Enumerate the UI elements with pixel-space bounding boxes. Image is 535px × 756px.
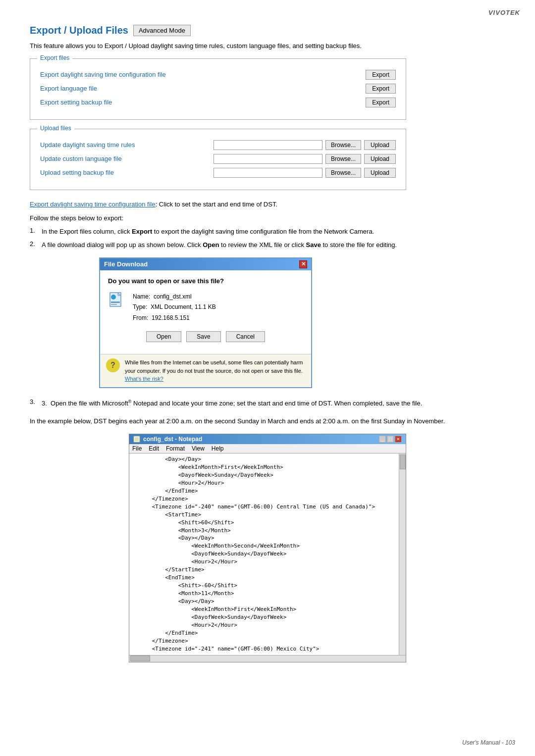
file-download-dialog-wrapper: File Download ✕ Do you want to open or s…: [99, 257, 312, 388]
step-2-bold-save: Save: [306, 241, 321, 249]
step-3: 3. 3. Open the file with Microsoft® Note…: [30, 398, 505, 409]
upload-row-2: Upload setting backup file Browse... Upl…: [40, 168, 396, 178]
notepad-menu-help[interactable]: Help: [212, 445, 224, 452]
notepad-menu-edit[interactable]: Edit: [149, 445, 159, 452]
brand-label: VIVOTEK: [488, 9, 520, 16]
browse-dst-button[interactable]: Browse...: [325, 140, 361, 150]
export-dst-button[interactable]: Export: [366, 70, 396, 80]
upload-section-legend: Upload files: [37, 125, 74, 132]
upload-lang-button[interactable]: Upload: [364, 154, 396, 164]
file-details: Name: config_dst.xml Type: XML Document,…: [133, 292, 216, 324]
svg-rect-5: [134, 436, 140, 442]
dialog-file-info: Name: config_dst.xml Type: XML Document,…: [108, 292, 303, 324]
file-name-label: Name:: [133, 293, 150, 300]
notepad-body: <Day></Day> <WeekInMonth>First</WeekInMo…: [129, 454, 406, 655]
step-2-text: A file download dialog will pop up as sh…: [42, 240, 505, 251]
dialog-open-button[interactable]: Open: [146, 331, 181, 342]
upload-input-1[interactable]: [214, 154, 322, 164]
page-title: Export / Upload Files: [30, 25, 128, 36]
svg-rect-3: [111, 302, 120, 303]
export-label-0: Export daylight saving time configuratio…: [40, 71, 363, 78]
dialog-save-button[interactable]: Save: [186, 331, 220, 342]
file-from-label: From:: [133, 314, 148, 321]
notepad-scrollbar-thumb: [400, 454, 406, 469]
upload-row-0: Update daylight saving time rules Browse…: [40, 140, 396, 150]
dst-config-link[interactable]: Export daylight saving time configuratio…: [30, 201, 156, 208]
step-1-text: In the Export files column, click Export…: [42, 227, 505, 237]
file-type-value: XML Document, 11.1 KB: [151, 303, 216, 310]
export-row-2: Export setting backup file Export: [40, 98, 396, 107]
advanced-mode-button[interactable]: Advanced Mode: [133, 25, 191, 36]
upload-rows: Update daylight saving time rules Browse…: [40, 140, 396, 178]
warning-icon: ?: [106, 358, 120, 372]
page-title-row: Export / Upload Files Advanced Mode: [30, 25, 505, 36]
file-from-value: 192.168.5.151: [152, 314, 190, 321]
svg-point-2: [111, 295, 116, 300]
dialog-titlebar: File Download ✕: [100, 258, 311, 270]
browse-lang-button[interactable]: Browse...: [325, 154, 361, 164]
file-type-row: Type: XML Document, 11.1 KB: [133, 302, 216, 313]
upload-label-0: Update daylight saving time rules: [40, 141, 211, 149]
step-3-pre: 3. Open the file with Microsoft: [42, 400, 128, 407]
notepad-app-icon: [133, 436, 140, 443]
notepad-hscrollbar[interactable]: [129, 655, 406, 662]
svg-rect-4: [111, 304, 117, 305]
notepad-body-wrapper: <Day></Day> <WeekInMonth>First</WeekInMo…: [129, 454, 406, 655]
dialog-warning: ? While files from the Internet can be u…: [100, 354, 311, 387]
upload-input-0[interactable]: [214, 140, 322, 150]
step-1: 1. In the Export files column, click Exp…: [30, 227, 505, 237]
step-3-num: 3.: [30, 398, 39, 405]
notepad-controls: _ □ ✕: [379, 436, 402, 443]
upload-label-2: Upload setting backup file: [40, 169, 211, 176]
step-3-text: 3. Open the file with Microsoft® Notepad…: [42, 398, 505, 409]
notepad-menu-view[interactable]: View: [192, 445, 205, 452]
upload-backup-button[interactable]: Upload: [364, 168, 396, 178]
notepad-code: <Day></Day> <WeekInMonth>First</WeekInMo…: [132, 455, 403, 653]
upload-row-1: Update custom language file Browse... Up…: [40, 154, 396, 164]
file-name-row: Name: config_dst.xml: [133, 292, 216, 302]
step-3-post: Notepad and locate your time zone; set t…: [132, 400, 423, 407]
notepad-menu-file[interactable]: File: [132, 445, 142, 452]
notepad-menu-format[interactable]: Format: [166, 445, 185, 452]
export-rows: Export daylight saving time configuratio…: [40, 70, 396, 107]
export-label-2: Export setting backup file: [40, 99, 363, 106]
step-2-num: 2.: [30, 240, 39, 248]
notepad-menu: File Edit Format View Help: [129, 444, 406, 454]
link-paragraph: Export daylight saving time configuratio…: [30, 199, 505, 210]
dst-example-text: In the example below, DST begins each ye…: [30, 416, 505, 427]
export-backup-button[interactable]: Export: [366, 98, 396, 107]
export-lang-button[interactable]: Export: [366, 84, 396, 94]
dialog-title: File Download: [104, 260, 148, 268]
dialog-close-button[interactable]: ✕: [299, 260, 307, 268]
step-3-sup: ®: [128, 399, 132, 404]
export-files-section: Export files Export daylight saving time…: [30, 58, 406, 120]
notepad-title: config_dst - Notepad: [143, 436, 202, 443]
file-name-value: config_dst.xml: [154, 293, 192, 300]
notepad-hscrollbar-thumb: [130, 655, 150, 661]
notepad-restore-button[interactable]: □: [387, 436, 394, 443]
file-type-label: Type:: [133, 303, 147, 310]
step-2: 2. A file download dialog will pop up as…: [30, 240, 505, 251]
whats-the-risk-link[interactable]: What's the risk?: [125, 376, 163, 382]
notepad-titlebar: config_dst - Notepad _ □ ✕: [129, 434, 406, 444]
upload-files-section: Upload files Update daylight saving time…: [30, 129, 406, 190]
step-2-bold-open: Open: [203, 241, 219, 249]
file-icon: [108, 292, 126, 309]
export-row-0: Export daylight saving time configuratio…: [40, 70, 396, 80]
dialog-question: Do you want to open or save this file?: [108, 277, 303, 285]
notepad-minimize-button[interactable]: _: [379, 436, 386, 443]
dialog-cancel-button[interactable]: Cancel: [226, 331, 265, 342]
page-container: VIVOTEK Export / Upload Files Advanced M…: [0, 0, 535, 756]
upload-input-2[interactable]: [214, 168, 322, 178]
intro-text: This feature allows you to Export / Uplo…: [30, 41, 476, 51]
file-download-dialog: File Download ✕ Do you want to open or s…: [99, 257, 312, 388]
step-1-bold-export: Export: [132, 228, 152, 235]
notepad-window: config_dst - Notepad _ □ ✕ File Edit For…: [129, 434, 406, 662]
page-footer: User's Manual - 103: [462, 739, 515, 746]
notepad-close-button[interactable]: ✕: [395, 436, 402, 443]
browse-backup-button[interactable]: Browse...: [325, 168, 361, 178]
notepad-title-left: config_dst - Notepad: [133, 436, 202, 443]
upload-dst-button[interactable]: Upload: [364, 140, 396, 150]
notepad-scrollbar[interactable]: [399, 454, 406, 655]
export-section-legend: Export files: [37, 54, 72, 61]
